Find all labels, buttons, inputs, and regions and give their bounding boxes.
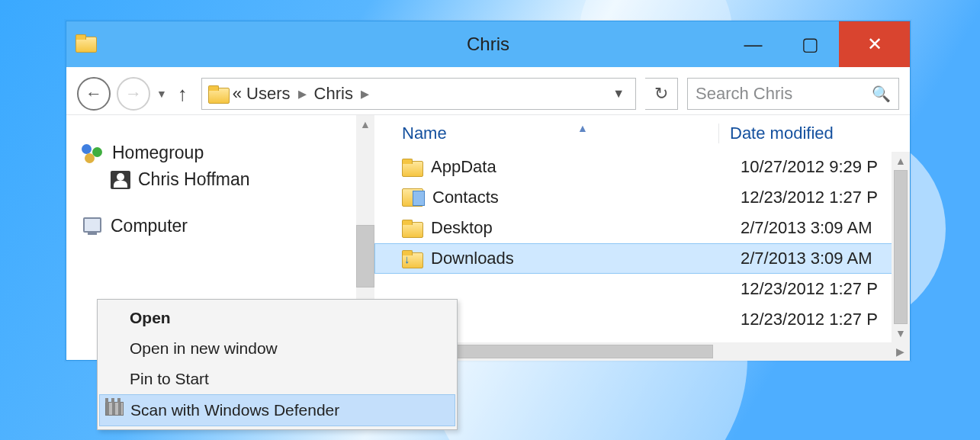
refresh-button[interactable]: ↻ — [645, 78, 678, 110]
tree-label: Computer — [111, 216, 188, 236]
breadcrumb-chris[interactable]: Chris — [314, 84, 353, 104]
close-button[interactable]: ✕ — [839, 21, 910, 67]
address-dropdown-icon[interactable]: ▼ — [612, 87, 629, 101]
file-row-desktop[interactable]: Desktop 2/7/2013 3:09 AM — [374, 213, 910, 243]
folder-icon — [402, 220, 422, 236]
menu-open[interactable]: Open — [99, 303, 455, 333]
file-name: Downloads — [431, 249, 731, 268]
menu-pin-to-start[interactable]: Pin to Start — [99, 364, 455, 394]
computer-icon — [82, 217, 103, 236]
forward-button[interactable]: → — [117, 77, 150, 111]
menu-scan-defender[interactable]: Scan with Windows Defender — [99, 394, 455, 426]
titlebar[interactable]: Chris ― ▢ ✕ — [66, 21, 910, 67]
file-date: 2/7/2013 3:09 AM — [741, 218, 910, 238]
file-date: 12/23/2012 1:27 P — [741, 310, 910, 329]
column-date-label: Date modified — [730, 124, 834, 143]
file-row-appdata[interactable]: AppData 10/27/2012 9:29 P — [374, 152, 910, 182]
window-folder-icon — [76, 34, 95, 54]
breadcrumb-separator-icon[interactable]: ▸ — [295, 84, 310, 104]
scroll-thumb[interactable] — [356, 225, 374, 287]
tree-computer[interactable]: Computer — [66, 213, 374, 239]
scroll-up-icon[interactable]: ▲ — [356, 115, 374, 133]
file-name: Contacts — [432, 188, 731, 207]
search-placeholder: Search Chris — [696, 84, 792, 104]
address-folder-icon — [208, 85, 228, 102]
menu-item-label: Open — [130, 309, 171, 327]
tree-homegroup[interactable]: Homegroup — [66, 140, 374, 166]
scroll-thumb[interactable] — [894, 170, 908, 324]
navigation-row: ← → ▼ ↑ « Users ▸ Chris ▸ ▼ ↻ Search Chr… — [66, 73, 910, 115]
file-row-downloads[interactable]: ↓ Downloads 2/7/2013 3:09 AM — [374, 243, 910, 274]
tree-label: Chris Hoffman — [138, 169, 250, 190]
menu-item-label: Open in new window — [130, 339, 278, 358]
file-name: Desktop — [431, 218, 731, 238]
breadcrumb-separator-icon[interactable]: ▸ — [358, 84, 372, 104]
person-icon — [111, 171, 130, 189]
tree-user[interactable]: Chris Hoffman — [66, 166, 374, 193]
scroll-up-icon[interactable]: ▲ — [892, 152, 910, 170]
column-date[interactable]: Date modified — [718, 124, 910, 143]
up-button[interactable]: ↑ — [173, 82, 192, 106]
file-date: 12/23/2012 1:27 P — [741, 279, 910, 299]
ribbon-area — [66, 67, 910, 73]
menu-open-new-window[interactable]: Open in new window — [99, 333, 455, 364]
column-name-label: Name — [402, 124, 447, 143]
history-dropdown-icon[interactable]: ▼ — [156, 88, 167, 100]
column-name[interactable]: Name ▲ — [374, 124, 718, 143]
search-box[interactable]: Search Chris 🔍 — [687, 78, 899, 110]
tree-label: Homegroup — [112, 143, 204, 163]
breadcrumb-users[interactable]: Users — [246, 84, 290, 104]
file-name: AppData — [431, 157, 731, 177]
menu-item-label: Scan with Windows Defender — [130, 401, 339, 419]
file-date: 10/27/2012 9:29 P — [741, 157, 910, 177]
menu-item-label: Pin to Start — [130, 370, 209, 388]
scroll-down-icon[interactable]: ▼ — [892, 324, 910, 342]
history-nav: ← → ▼ ↑ — [77, 77, 192, 111]
downloads-folder-icon: ↓ — [402, 250, 422, 267]
column-headers[interactable]: Name ▲ Date modified — [374, 115, 910, 152]
minimize-button[interactable]: ― — [725, 21, 782, 67]
address-bar[interactable]: « Users ▸ Chris ▸ ▼ — [201, 78, 636, 110]
search-icon: 🔍 — [872, 85, 891, 103]
sort-indicator-icon: ▲ — [577, 122, 588, 134]
maximize-button[interactable]: ▢ — [782, 21, 839, 67]
homegroup-icon — [82, 144, 104, 162]
back-button[interactable]: ← — [77, 77, 111, 111]
folder-icon — [402, 159, 422, 175]
list-scrollbar[interactable]: ▲ ▼ — [892, 152, 910, 342]
breadcrumb-prefix: « — [233, 84, 242, 104]
file-date: 2/7/2013 3:09 AM — [741, 249, 910, 268]
contacts-folder-icon — [402, 188, 423, 207]
scroll-right-icon[interactable]: ▶ — [890, 345, 910, 358]
scroll-track[interactable] — [394, 342, 890, 361]
defender-icon — [104, 401, 124, 419]
file-row-contacts[interactable]: Contacts 12/23/2012 1:27 P — [374, 182, 910, 213]
file-date: 12/23/2012 1:27 P — [741, 188, 910, 207]
window-controls: ― ▢ ✕ — [725, 21, 910, 67]
context-menu[interactable]: Open Open in new window Pin to Start Sca… — [97, 299, 458, 430]
